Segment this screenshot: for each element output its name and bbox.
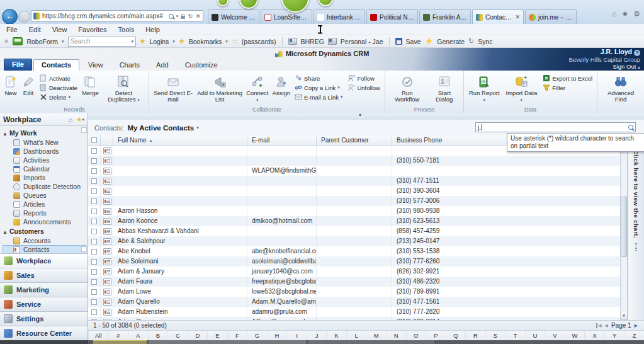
table-row[interactable]: Abe & Salehpour (213) 245-0147 [88, 236, 620, 246]
browser-tab[interactable]: join.me – Free ... ✕ [525, 9, 577, 24]
row-checkbox[interactable] [91, 299, 97, 305]
row-checkbox[interactable] [91, 219, 97, 224]
sidebar-item[interactable]: Articles [3, 200, 86, 209]
address-bar[interactable]: https://bhcg.crm.dynamics.com/main.aspx#… [31, 10, 203, 22]
add-to-marketing-list-button[interactable]: Add to Marketing List [195, 72, 244, 103]
alphabet-filter[interactable]: S [485, 331, 506, 340]
browser-tab[interactable]: LoanSifter - Lo... ✕ [261, 9, 312, 24]
row-checkbox[interactable] [91, 239, 97, 244]
row-checkbox[interactable] [91, 209, 97, 214]
column-parent-customer[interactable]: Parent Customer [317, 135, 392, 145]
merge-button[interactable]: Merge [80, 72, 101, 96]
row-checkbox[interactable] [91, 269, 97, 275]
scroll-down-icon[interactable] [81, 246, 87, 252]
run-workflow-button[interactable]: Run Workflow [387, 72, 427, 103]
cell-full-name[interactable]: Abe Soleimani [113, 256, 247, 267]
share-button[interactable]: Share [293, 74, 344, 83]
sidebar-item[interactable]: Imports [3, 173, 86, 182]
vertical-scrollbar[interactable]: ▲ ▼ [620, 146, 628, 320]
alphabet-filter[interactable]: I [286, 331, 307, 340]
table-row[interactable]: Adam Rubenstein adamru@prula.com (310) 7… [88, 307, 620, 317]
cell-full-name[interactable]: Adam Lowe [113, 287, 247, 297]
tree-scrollbar[interactable] [81, 126, 88, 253]
next-page-icon[interactable]: ▶ [635, 323, 638, 328]
stop-icon[interactable]: ✕ [196, 13, 201, 20]
roboform-menu[interactable]: RoboForm [26, 38, 58, 45]
alphabet-filter[interactable]: # [108, 331, 128, 340]
first-page-icon[interactable]: ◀ [596, 323, 601, 328]
table-row[interactable]: Abbas Keshavarzi & Vahdani (858) 457-425… [88, 226, 620, 236]
ribbon-tab[interactable]: Contacts [33, 59, 79, 71]
row-checkbox[interactable] [91, 158, 97, 164]
bhreg-passcard-button[interactable]: BHREG [301, 38, 324, 45]
scroll-down-icon[interactable]: ▼ [621, 312, 627, 319]
alphabet-filter[interactable]: Z [624, 331, 644, 340]
table-row[interactable]: (310) 477-1511 [88, 176, 620, 186]
column-full-name[interactable]: Full Name▲ [113, 135, 247, 145]
alphabet-filter[interactable]: L [346, 331, 366, 340]
start-dialog-button[interactable]: Start Dialog [427, 72, 461, 103]
home-icon[interactable]: ⌂ [69, 117, 73, 123]
view-selector[interactable]: My Active Contacts [127, 124, 194, 132]
unfollow-button[interactable]: Unfollow [346, 83, 381, 92]
alphabet-filter[interactable]: J [307, 331, 327, 340]
collapse-ribbon-icon[interactable]: ▴ [638, 64, 640, 70]
cell-full-name[interactable]: Adam Quarello [113, 297, 247, 307]
advanced-find-button[interactable]: Advanced Find [599, 72, 642, 103]
alphabet-filter[interactable]: B [148, 331, 168, 340]
cell-full-name[interactable]: Abbas Keshavarzi & Vahdani [113, 226, 247, 236]
table-row[interactable]: (310) 550-7181 [88, 156, 620, 166]
toolbar-close-icon[interactable]: ✕ [4, 38, 9, 45]
new-button[interactable]: New [2, 72, 20, 96]
cell-full-name[interactable] [113, 156, 247, 166]
sign-out-link[interactable]: Sign Out [613, 63, 636, 70]
menu-item[interactable]: Edit [29, 26, 41, 33]
nav-button[interactable]: Marketing [0, 282, 88, 297]
menu-item[interactable]: File [6, 26, 18, 33]
alphabet-filter[interactable]: D [188, 331, 208, 340]
search-icon[interactable] [169, 14, 174, 19]
table-row[interactable]: (310) 390-3604 [88, 186, 620, 196]
sidebar-item[interactable]: Reports [3, 209, 86, 217]
tab-close-icon[interactable]: ✕ [515, 14, 520, 20]
bookmarks-button[interactable]: Bookmarks [189, 38, 222, 45]
search-icon[interactable] [628, 125, 633, 130]
dropdown-icon[interactable]: ▾ [82, 117, 84, 122]
alphabet-filter[interactable]: G [247, 331, 267, 340]
cell-full-name[interactable]: Aaron Koonce [113, 216, 247, 226]
filter-button[interactable]: Filter [541, 83, 594, 92]
connect-button[interactable]: Connect▾ [244, 72, 270, 103]
row-checkbox[interactable] [91, 168, 97, 174]
sidebar-item[interactable]: Contacts [3, 245, 86, 253]
chevron-down-icon[interactable]: ▾ [359, 112, 361, 118]
nav-button[interactable]: Workplace [0, 253, 88, 268]
ribbon-tab[interactable]: File [4, 59, 32, 71]
table-row[interactable]: WLAPOM@findsmithGRO... [88, 166, 620, 176]
alphabet-filter[interactable]: T [505, 331, 525, 340]
table-row[interactable]: Aaron Hasson (310) 980-9938 [88, 206, 620, 216]
roboform-save-button[interactable]: Save [406, 38, 421, 45]
import-data-button[interactable]: Import Data ▾ [503, 72, 541, 103]
row-checkbox[interactable] [91, 178, 97, 184]
row-checkbox[interactable] [91, 198, 97, 204]
favorites-star-icon[interactable]: ★ [621, 11, 628, 17]
section-customers[interactable]: ▲Customers [3, 226, 86, 236]
sidebar-item[interactable]: Queues [3, 191, 86, 200]
email-a-link-button[interactable]: E-mail a Link▾ [293, 93, 344, 101]
sidebar-item[interactable]: Announcements [3, 217, 86, 226]
cell-full-name[interactable] [113, 166, 247, 176]
alphabet-filter[interactable]: All [88, 331, 108, 340]
alphabet-filter[interactable]: U [525, 331, 545, 340]
section-my-work[interactable]: ▲My Work [3, 128, 86, 138]
roboform-search-input[interactable]: Search ▾ [68, 37, 136, 47]
browser-back-button[interactable]: ← [2, 9, 18, 25]
row-checkbox[interactable] [91, 148, 97, 154]
export-to-excel-button[interactable]: Export to Excel [541, 74, 594, 83]
url-text[interactable]: https://bhcg.crm.dynamics.com/main.aspx# [42, 13, 163, 20]
cell-full-name[interactable]: Aaron Hasson [113, 206, 247, 216]
copy-a-link-button[interactable]: Copy a Link▾ [293, 83, 344, 92]
sidebar-item[interactable]: Activities [3, 156, 86, 164]
alphabet-filter[interactable]: W [565, 331, 585, 340]
cell-full-name[interactable] [113, 196, 247, 206]
detect-duplicates-button[interactable]: Detect Duplicates ▾ [101, 72, 147, 103]
